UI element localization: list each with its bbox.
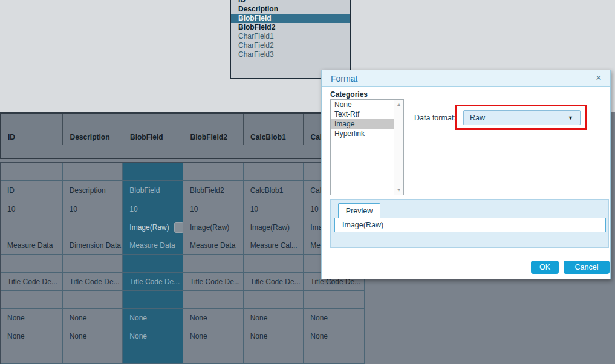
table-cell[interactable]	[183, 163, 244, 180]
table-cell[interactable]	[1, 163, 63, 180]
table-cell[interactable]	[63, 163, 123, 180]
table-cell[interactable]: 10	[183, 200, 244, 218]
data-format-dropdown[interactable]: Raw ▼	[463, 110, 581, 125]
table-cell[interactable]	[244, 345, 304, 363]
field-list-panel: ID Description BlobField BlobField2 Char…	[230, 0, 351, 79]
table-cell[interactable]: Measure Cal...	[244, 236, 304, 254]
category-item-hyperlink[interactable]: Hyperlink	[331, 129, 394, 138]
table-cell[interactable]	[183, 114, 244, 129]
field-list-item-blobfield2[interactable]: BlobField2	[231, 23, 350, 32]
table-cell[interactable]	[63, 218, 123, 236]
table-cell[interactable]: 10	[123, 200, 183, 218]
scroll-down-icon[interactable]: ▼	[394, 187, 403, 193]
data-format-label: Data format:	[414, 114, 456, 122]
table-cell[interactable]: None	[123, 309, 183, 327]
table-row: IDDescriptionBlobFieldBlobField2CalcBlob…	[1, 129, 365, 145]
table-cell[interactable]	[123, 345, 183, 363]
table-cell[interactable]: BlobField	[123, 181, 183, 200]
field-list-item-id[interactable]: ID	[231, 0, 350, 5]
table-cell[interactable]: Dimension Data	[63, 236, 123, 254]
table-row: 101010101010	[1, 200, 365, 218]
table-cell[interactable]: BlobField2	[183, 129, 244, 145]
table-cell[interactable]	[183, 255, 244, 272]
category-item-image[interactable]: Image	[331, 119, 394, 129]
table-cell[interactable]: Title Code De...	[123, 273, 183, 290]
table-cell[interactable]: Image(Raw)	[183, 218, 244, 236]
table-cell[interactable]: None	[1, 309, 63, 327]
table-cell[interactable]: Measure Data	[123, 236, 183, 254]
table-cell[interactable]	[183, 345, 244, 363]
table-cell[interactable]: Title Code De...	[1, 273, 63, 290]
table-row: Image(Raw)Image(Raw)Image(Raw)Ima	[1, 218, 365, 236]
table-cell[interactable]	[123, 291, 183, 308]
preview-panel: Preview Image(Raw)	[330, 199, 609, 248]
table-cell[interactable]	[1, 291, 63, 308]
table-cell[interactable]	[183, 291, 244, 308]
preview-content: Image(Raw)	[334, 218, 606, 232]
table-cell[interactable]: Image(Raw)	[244, 218, 304, 236]
table-cell[interactable]	[123, 255, 183, 272]
table-cell[interactable]	[244, 291, 304, 308]
table-cell[interactable]	[1, 114, 63, 129]
table-cell[interactable]	[63, 345, 123, 363]
field-list-item-charfield2[interactable]: CharField2	[231, 41, 350, 50]
table-cell[interactable]: BlobField2	[183, 181, 244, 200]
table-cell[interactable]: None	[304, 327, 365, 345]
table-cell[interactable]: None	[244, 327, 304, 345]
table-cell[interactable]: 10	[1, 200, 63, 218]
table-cell[interactable]	[304, 291, 365, 308]
table-cell[interactable]	[1, 218, 63, 236]
table-cell[interactable]	[63, 291, 123, 308]
table-cell[interactable]	[244, 163, 304, 180]
table-cell[interactable]: BlobField	[123, 129, 184, 145]
table-cell[interactable]	[1, 255, 63, 272]
table-cell[interactable]	[304, 345, 365, 363]
listbox-scrollbar[interactable]: ▲ ▼	[394, 100, 403, 195]
table-cell[interactable]: Title Code De...	[244, 273, 304, 290]
table-cell[interactable]	[123, 114, 184, 129]
field-list-item-blobfield[interactable]: BlobField	[231, 14, 350, 23]
table-row	[1, 163, 365, 181]
table-cell[interactable]: 10	[244, 200, 304, 218]
table-cell[interactable]: None	[1, 327, 63, 345]
table-cell[interactable]: None	[63, 327, 123, 345]
tab-preview[interactable]: Preview	[338, 203, 380, 218]
table-cell[interactable]	[1, 145, 365, 158]
table-cell[interactable]: 10	[63, 200, 123, 218]
field-list-item-charfield3[interactable]: CharField3	[231, 50, 350, 59]
table-cell[interactable]	[1, 345, 63, 363]
field-list-item-charfield1[interactable]: CharField1	[231, 32, 350, 41]
table-cell[interactable]: ID	[1, 181, 63, 200]
table-cell[interactable]: Title Code De...	[63, 273, 123, 290]
table-cell[interactable]	[244, 255, 304, 272]
table-cell[interactable]: Description	[63, 129, 123, 145]
field-list-item-description[interactable]: Description	[231, 5, 350, 14]
table-row: Measure DataDimension DataMeasure DataMe…	[1, 236, 365, 255]
scroll-up-icon[interactable]: ▲	[394, 102, 403, 107]
table-cell[interactable]: None	[304, 309, 365, 327]
category-item-text-rtf[interactable]: Text-Rtf	[331, 109, 394, 119]
table-cell[interactable]: None	[123, 327, 183, 345]
table-cell[interactable]	[123, 163, 183, 180]
table-cell[interactable]: Measure Data	[183, 236, 244, 254]
table-cell[interactable]: None	[183, 327, 244, 345]
close-icon[interactable]: ×	[593, 73, 604, 83]
category-item-none[interactable]: None	[331, 100, 394, 109]
table-cell[interactable]: None	[63, 309, 123, 327]
table-row	[1, 345, 365, 364]
table-cell[interactable]: Image(Raw)	[123, 218, 183, 236]
table-cell[interactable]: CalcBlob1	[244, 181, 304, 200]
table-cell[interactable]: CalcBlob1	[244, 129, 304, 145]
table-cell[interactable]	[63, 255, 123, 272]
table-cell[interactable]	[63, 114, 123, 129]
table-cell[interactable]: None	[244, 309, 304, 327]
table-cell[interactable]: ID	[1, 129, 63, 145]
table-cell[interactable]: None	[183, 309, 244, 327]
table-cell[interactable]: Title Code De...	[183, 273, 244, 290]
cancel-button[interactable]: Cancel	[564, 261, 610, 274]
table-cell[interactable]: Description	[63, 181, 123, 200]
table-cell[interactable]	[244, 114, 304, 129]
table-cell[interactable]: Measure Data	[1, 236, 63, 254]
table-row: IDDescriptionBlobFieldBlobField2CalcBlob…	[1, 181, 365, 200]
ok-button[interactable]: OK	[531, 261, 559, 274]
